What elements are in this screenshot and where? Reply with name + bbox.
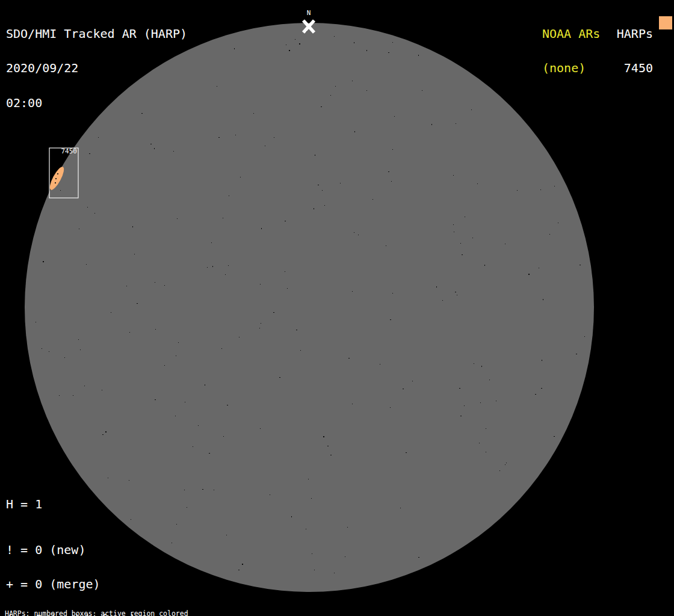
harp-region-number: 7450: [49, 148, 77, 155]
legend-harp-count: H = 1: [6, 499, 42, 510]
north-pole-label: N: [307, 9, 311, 17]
page-title: SDO/HMI Tracked AR (HARP): [6, 28, 187, 40]
noaa-ars-value: (none): [542, 63, 600, 74]
observation-date: 2020/09/22: [6, 63, 187, 74]
harps-value: 7450: [593, 63, 653, 74]
title-block: SDO/HMI Tracked AR (HARP) 2020/09/22 02:…: [6, 5, 187, 132]
noaa-ars-block: NOAA ARs (none): [542, 5, 600, 97]
observation-time: 02:00: [6, 97, 187, 109]
harps-label: HARPs: [593, 28, 653, 40]
footer-caption: HARPs: numbered boxes; active region col…: [5, 596, 247, 616]
noaa-ars-label: NOAA ARs: [542, 28, 600, 40]
harps-color-swatch: [659, 16, 672, 29]
harps-block: HARPs 7450: [593, 5, 653, 97]
legend-item-merge: + = 0 (merge): [6, 579, 144, 590]
footer-caption-harps: HARPs: numbered boxes; active region col…: [5, 610, 247, 616]
legend-item-new: ! = 0 (new): [6, 544, 144, 556]
harp-plot: SDO/HMI Tracked AR (HARP) 2020/09/22 02:…: [0, 0, 674, 616]
